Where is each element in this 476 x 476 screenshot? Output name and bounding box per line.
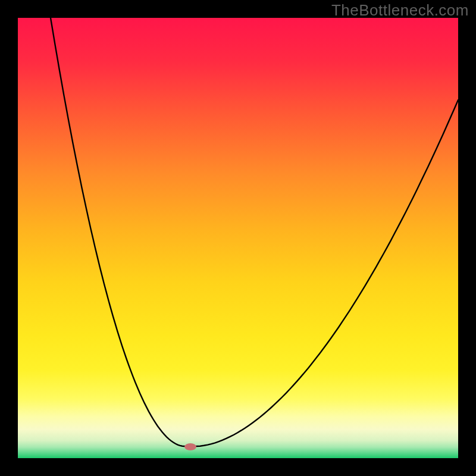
- chart-frame: TheBottleneck.com: [0, 0, 476, 476]
- watermark-text: TheBottleneck.com: [331, 1, 469, 20]
- plot-area: [18, 18, 458, 458]
- vertex-marker: [184, 443, 196, 450]
- marker-layer: [18, 18, 458, 458]
